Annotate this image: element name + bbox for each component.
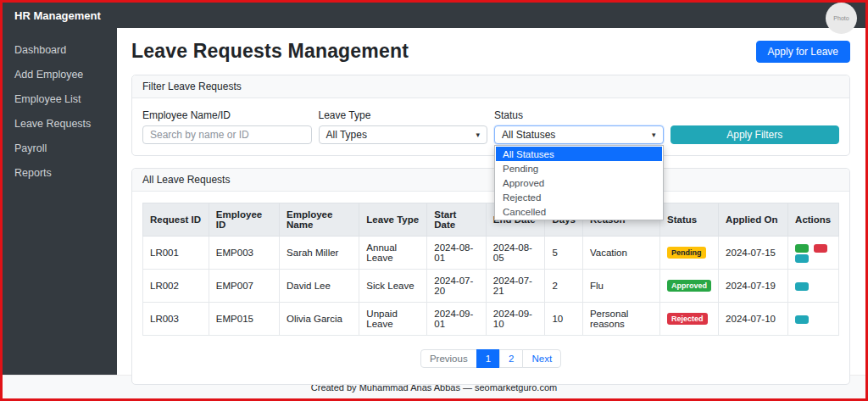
avatar-label: Photo	[833, 15, 849, 21]
cell-status: Pending	[660, 237, 719, 270]
employee-search-input[interactable]	[142, 125, 312, 144]
cell-actions	[788, 303, 839, 336]
cell-employee-id: EMP015	[209, 303, 279, 336]
top-navbar: HR Management Photo	[3, 3, 865, 28]
cell-start-date: 2024-08-01	[427, 237, 487, 270]
leave-requests-card-title: All Leave Requests	[132, 169, 849, 192]
reject-button[interactable]	[814, 244, 827, 253]
status-option-cancelled[interactable]: Cancelled	[496, 204, 662, 219]
apply-for-leave-button[interactable]: Apply for Leave	[756, 41, 850, 63]
table-row: LR001 EMP003 Sarah Miller Annual Leave 2…	[143, 237, 839, 270]
main-content: Leave Requests Management Apply for Leav…	[117, 28, 865, 375]
cell-leave-type: Sick Leave	[359, 270, 427, 303]
cell-actions	[788, 270, 839, 303]
cell-days: 2	[545, 270, 583, 303]
filter-card-title: Filter Leave Requests	[132, 75, 849, 98]
sidebar-item-leave-requests[interactable]: Leave Requests	[3, 113, 117, 135]
status-field-group: Status All Statuses ▾ All Statuses Pendi…	[494, 109, 664, 144]
col-applied-on: Applied On	[719, 203, 788, 237]
cell-employee-name: Sarah Miller	[280, 237, 359, 270]
cell-reason: Flu	[582, 270, 659, 303]
cell-leave-type: Annual Leave	[359, 237, 427, 270]
pagination-page-1[interactable]: 1	[476, 349, 500, 368]
sidebar-item-employee-list[interactable]: Employee List	[3, 88, 117, 110]
cell-start-date: 2024-09-01	[427, 303, 487, 336]
cell-employee-id: EMP007	[209, 270, 279, 303]
cell-request-id: LR003	[143, 303, 209, 336]
leave-type-field-group: Leave Type All Types ▾	[319, 109, 488, 144]
page-header: Leave Requests Management Apply for Leav…	[131, 40, 850, 63]
leave-type-label: Leave Type	[319, 109, 488, 121]
status-badge: Rejected	[667, 313, 708, 325]
cell-employee-name: Olivia Garcia	[280, 303, 359, 336]
status-label: Status	[494, 109, 664, 121]
sidebar-item-add-employee[interactable]: Add Employee	[3, 64, 117, 86]
view-button[interactable]	[795, 282, 809, 291]
col-actions: Actions	[788, 203, 839, 237]
chevron-down-icon: ▾	[652, 131, 656, 139]
cell-request-id: LR001	[143, 237, 209, 270]
pagination-page-2[interactable]: 2	[499, 349, 523, 368]
pagination-next[interactable]: Next	[522, 349, 561, 368]
employee-search-field-group: Employee Name/ID	[142, 109, 312, 144]
leave-requests-table: Request ID Employee ID Employee Name Lea…	[142, 203, 839, 336]
pagination: Previous 1 2 Next	[142, 349, 839, 368]
status-selected-value: All Statuses	[502, 129, 555, 141]
sidebar: Dashboard Add Employee Employee List Lea…	[3, 28, 117, 375]
cell-end-date: 2024-07-21	[486, 270, 545, 303]
status-select[interactable]: All Statuses ▾	[494, 125, 664, 144]
sidebar-item-payroll[interactable]: Payroll	[3, 137, 117, 159]
status-badge: Pending	[667, 247, 706, 259]
filter-card: Filter Leave Requests Employee Name/ID L…	[131, 75, 850, 156]
cell-request-id: LR002	[143, 270, 209, 303]
apply-filters-button[interactable]: Apply Filters	[670, 125, 840, 144]
avatar[interactable]: Photo	[826, 3, 857, 34]
cell-reason: Vacation	[582, 237, 659, 270]
col-employee-id: Employee ID	[209, 203, 279, 237]
sidebar-item-dashboard[interactable]: Dashboard	[3, 39, 117, 61]
leave-requests-card: All Leave Requests Request ID Employee I…	[131, 168, 850, 385]
table-row: LR002 EMP007 David Lee Sick Leave 2024-0…	[143, 270, 839, 303]
leave-type-selected-value: All Types	[326, 129, 367, 141]
app-window: HR Management Photo Dashboard Add Employ…	[0, 0, 868, 401]
cell-end-date: 2024-08-05	[486, 237, 545, 270]
cell-actions	[788, 237, 839, 270]
col-request-id: Request ID	[143, 203, 209, 237]
col-leave-type: Leave Type	[359, 203, 427, 237]
employee-search-label: Employee Name/ID	[142, 109, 312, 121]
app-brand: HR Management	[14, 9, 101, 22]
cell-applied-on: 2024-07-10	[719, 303, 788, 336]
view-button[interactable]	[795, 315, 809, 324]
cell-status: Rejected	[660, 303, 719, 336]
cell-applied-on: 2024-07-15	[719, 237, 788, 270]
table-header-row: Request ID Employee ID Employee Name Lea…	[143, 203, 839, 237]
view-button[interactable]	[795, 254, 809, 263]
cell-start-date: 2024-07-20	[427, 270, 487, 303]
status-option-rejected[interactable]: Rejected	[496, 190, 662, 204]
cell-applied-on: 2024-07-19	[719, 270, 788, 303]
cell-days: 10	[545, 303, 583, 336]
cell-leave-type: Unpaid Leave	[359, 303, 427, 336]
status-option-approved[interactable]: Approved	[496, 175, 662, 190]
col-start-date: Start Date	[427, 203, 487, 237]
table-row: LR003 EMP015 Olivia Garcia Unpaid Leave …	[143, 303, 839, 336]
col-employee-name: Employee Name	[280, 203, 359, 237]
cell-days: 5	[545, 237, 583, 270]
status-option-all-statuses[interactable]: All Statuses	[496, 147, 662, 161]
chevron-down-icon: ▾	[476, 131, 480, 139]
pagination-previous[interactable]: Previous	[420, 349, 477, 368]
apply-filters-field-group: Apply Filters	[670, 125, 840, 144]
cell-employee-id: EMP003	[209, 237, 279, 270]
page-title: Leave Requests Management	[131, 40, 409, 63]
cell-status: Approved	[660, 270, 719, 303]
status-option-pending[interactable]: Pending	[496, 161, 662, 175]
cell-employee-name: David Lee	[280, 270, 359, 303]
col-status: Status	[660, 203, 719, 237]
sidebar-item-reports[interactable]: Reports	[3, 162, 117, 184]
cell-end-date: 2024-09-10	[486, 303, 545, 336]
cell-reason: Personal reasons	[582, 303, 659, 336]
status-badge: Approved	[667, 280, 711, 292]
leave-type-select[interactable]: All Types ▾	[319, 125, 488, 144]
status-dropdown-menu: All Statuses Pending Approved Rejected C…	[494, 145, 664, 220]
approve-button[interactable]	[795, 244, 809, 253]
